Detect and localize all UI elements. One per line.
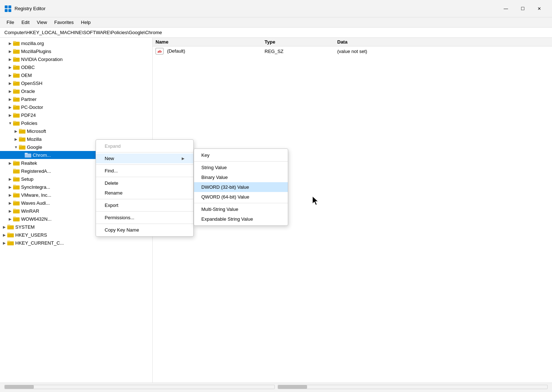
tree-label: PC-Doctor bbox=[21, 105, 43, 110]
tree-item-odbc[interactable]: ▶ ODBC bbox=[0, 63, 152, 71]
table-row[interactable]: ab (Default) REG_SZ (value not set) bbox=[153, 46, 552, 56]
tree-label: ODBC bbox=[21, 65, 35, 70]
window-title: Registry Editor bbox=[15, 6, 497, 11]
tree-label: WOW6432N... bbox=[21, 216, 52, 222]
folder-icon bbox=[13, 192, 20, 198]
tree-item-mozillaplugins[interactable]: ▶ MozillaPlugins bbox=[0, 47, 152, 55]
ctx-new[interactable]: New ▶ bbox=[96, 154, 193, 163]
tree-label: VMware, Inc... bbox=[21, 192, 51, 198]
tree-item-oem[interactable]: ▶ OEM bbox=[0, 71, 152, 79]
title-bar: Registry Editor — ☐ ✕ bbox=[0, 0, 552, 17]
tree-item-hkey-current[interactable]: ▶ HKEY_CURRENT_C... bbox=[0, 239, 152, 247]
ctx-separator-3 bbox=[96, 177, 193, 177]
registry-table: Name Type Data ab (Default) REG_SZ (valu… bbox=[153, 38, 552, 56]
menu-view[interactable]: View bbox=[33, 18, 51, 26]
scrollbar-thumb-right bbox=[278, 385, 307, 389]
tree-item-policies[interactable]: ▼ Policies bbox=[0, 119, 152, 127]
svg-rect-13 bbox=[13, 73, 16, 74]
svg-rect-49 bbox=[13, 217, 16, 218]
folder-icon bbox=[13, 184, 20, 190]
tree-label: mozilla.org bbox=[21, 41, 44, 46]
maximize-button[interactable]: ☐ bbox=[514, 3, 531, 15]
svg-rect-31 bbox=[19, 145, 22, 146]
tree-item-pcdoctor[interactable]: ▶ PC-Doctor bbox=[0, 103, 152, 111]
main-content: ▶ mozilla.org ▶ MozillaPlugins ▶ NVIDIA … bbox=[0, 38, 552, 383]
ctx-copy-key-name[interactable]: Copy Key Name bbox=[96, 225, 193, 235]
close-button[interactable]: ✕ bbox=[531, 3, 548, 15]
tree-item-nvidia[interactable]: ▶ NVIDIA Corporation bbox=[0, 55, 152, 63]
folder-icon bbox=[13, 56, 20, 62]
ctx-export[interactable]: Export bbox=[96, 200, 193, 210]
sub-binary-value[interactable]: Binary Value bbox=[194, 172, 288, 182]
ctx-delete[interactable]: Delete bbox=[96, 178, 193, 188]
tree-label: WinRAR bbox=[21, 208, 39, 214]
menu-favorites[interactable]: Favorites bbox=[51, 18, 77, 26]
ctx-find[interactable]: Find... bbox=[96, 166, 193, 176]
submenu-arrow: ▶ bbox=[182, 156, 185, 160]
tree-item-pdf24[interactable]: ▶ PDF24 bbox=[0, 111, 152, 119]
tree-label: RegisteredA... bbox=[21, 168, 51, 174]
sub-separator bbox=[194, 161, 288, 162]
ctx-separator-6 bbox=[96, 224, 193, 224]
tree-item-partner[interactable]: ▶ Partner bbox=[0, 95, 152, 103]
scrollbar-thumb-left bbox=[5, 385, 34, 389]
sub-dword-value[interactable]: DWORD (32-bit) Value bbox=[194, 182, 288, 192]
address-bar: Computer\HKEY_LOCAL_MACHINE\SOFTWARE\Pol… bbox=[0, 28, 552, 38]
expand-icon: ▶ bbox=[7, 80, 13, 86]
svg-rect-25 bbox=[13, 121, 16, 122]
tree-label: OEM bbox=[21, 73, 32, 78]
svg-rect-5 bbox=[13, 41, 16, 42]
folder-icon bbox=[13, 64, 20, 70]
address-path: Computer\HKEY_LOCAL_MACHINE\SOFTWARE\Pol… bbox=[4, 30, 162, 35]
tree-label: NVIDIA Corporation bbox=[21, 57, 63, 62]
svg-rect-7 bbox=[13, 49, 16, 50]
expand-icon: ▶ bbox=[7, 208, 13, 214]
expand-icon: ▼ bbox=[13, 144, 19, 150]
row-type: REG_SZ bbox=[262, 46, 334, 56]
folder-icon bbox=[13, 88, 20, 94]
ctx-expand[interactable]: Expand bbox=[96, 141, 193, 151]
folder-icon bbox=[13, 216, 20, 222]
tree-item-microsoft[interactable]: ▶ Microsoft bbox=[0, 127, 152, 135]
svg-rect-43 bbox=[13, 193, 16, 194]
svg-rect-23 bbox=[13, 113, 16, 114]
tree-item-openssh[interactable]: ▶ OpenSSH bbox=[0, 79, 152, 87]
expand-icon: ▶ bbox=[7, 184, 13, 190]
folder-icon bbox=[13, 168, 20, 174]
window-controls: — ☐ ✕ bbox=[497, 3, 548, 15]
svg-rect-39 bbox=[13, 177, 16, 178]
tree-item-oracle[interactable]: ▶ Oracle bbox=[0, 87, 152, 95]
svg-rect-33 bbox=[25, 153, 28, 154]
menu-edit[interactable]: Edit bbox=[18, 18, 33, 26]
expand-icon: ▶ bbox=[7, 160, 13, 166]
sub-qword-value[interactable]: QWORD (64-bit) Value bbox=[194, 192, 288, 202]
right-scrollbar[interactable] bbox=[278, 385, 548, 389]
menu-file[interactable]: File bbox=[3, 18, 18, 26]
tree-label: SyncIntegra... bbox=[21, 184, 50, 190]
folder-icon bbox=[13, 112, 20, 118]
sub-multi-string[interactable]: Multi-String Value bbox=[194, 204, 288, 214]
expand-icon: ▶ bbox=[7, 104, 13, 110]
menu-bar: File Edit View Favorites Help bbox=[0, 17, 552, 28]
status-bar bbox=[0, 383, 552, 391]
tree-item-mozilla-org[interactable]: ▶ mozilla.org bbox=[0, 39, 152, 47]
svg-rect-45 bbox=[13, 201, 16, 202]
folder-icon bbox=[25, 152, 31, 158]
tree-label: HKEY_CURRENT_C... bbox=[15, 240, 64, 246]
sub-key[interactable]: Key bbox=[194, 150, 288, 160]
sub-string-value[interactable]: String Value bbox=[194, 163, 288, 172]
expand-icon: ▶ bbox=[7, 192, 13, 198]
minimize-button[interactable]: — bbox=[497, 3, 514, 15]
folder-icon bbox=[7, 240, 14, 246]
svg-rect-17 bbox=[13, 89, 16, 90]
folder-icon bbox=[19, 128, 25, 134]
ctx-permissions[interactable]: Permissions... bbox=[96, 213, 193, 222]
expand-icon: ▶ bbox=[7, 56, 13, 62]
expand-icon: ▶ bbox=[7, 64, 13, 70]
expand-icon: ▶ bbox=[7, 48, 13, 54]
left-scrollbar[interactable] bbox=[4, 385, 275, 389]
menu-help[interactable]: Help bbox=[77, 18, 94, 26]
ctx-rename[interactable]: Rename bbox=[96, 188, 193, 198]
sub-expandable-string[interactable]: Expandable String Value bbox=[194, 214, 288, 224]
folder-icon bbox=[13, 104, 20, 110]
